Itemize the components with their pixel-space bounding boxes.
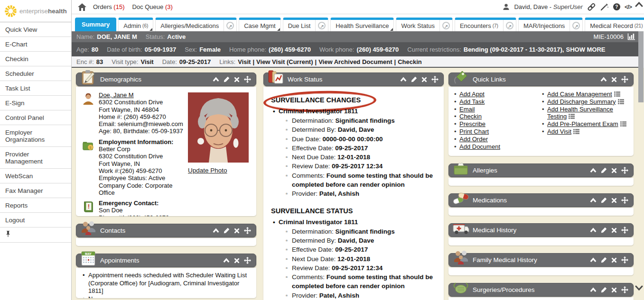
close-icon[interactable] xyxy=(611,227,617,233)
move-icon[interactable] xyxy=(621,76,628,83)
user-name[interactable]: David, Dave - SuperUser xyxy=(514,3,583,10)
patient-name-link[interactable]: Doe, Jane M xyxy=(99,91,183,99)
quick-link-add-visit[interactable]: Add Visit xyxy=(547,128,571,135)
quick-link-add-health-surveillance-testing[interactable]: Add Health Surveillance Testing xyxy=(547,106,613,120)
close-icon[interactable] xyxy=(234,258,240,264)
sidebar-item-quick-view[interactable]: Quick View xyxy=(0,22,71,37)
quick-link-add-discharge-summary[interactable]: Add Discharge Summary xyxy=(547,98,616,105)
close-icon[interactable] xyxy=(234,77,240,82)
tab-popout-button[interactable]: ↗ xyxy=(439,20,452,31)
close-icon[interactable] xyxy=(611,77,617,82)
banner-link-view-visit-current[interactable]: View Visit (Current) xyxy=(256,58,313,65)
collapse-icon[interactable] xyxy=(590,227,597,233)
sidebar-item-e-chart[interactable]: E-Chart xyxy=(0,37,71,52)
tab-encounters[interactable]: Encounters(7)↗ xyxy=(455,18,516,31)
quick-link-add-appt[interactable]: Add Appt xyxy=(459,91,485,98)
home-button[interactable] xyxy=(78,3,86,11)
collapse-icon[interactable] xyxy=(400,76,407,82)
banner-link-checkin[interactable]: Checkin xyxy=(398,58,422,65)
update-photo-link[interactable]: Update Photo xyxy=(188,167,227,174)
tab-popout-button[interactable]: ↗ xyxy=(503,20,516,31)
move-icon[interactable] xyxy=(621,197,628,204)
banner-link-visit[interactable]: Visit xyxy=(238,58,251,65)
close-icon[interactable] xyxy=(611,287,617,293)
sidebar-item-logout[interactable]: Logout xyxy=(0,213,71,227)
move-icon[interactable] xyxy=(244,227,251,234)
scroll-up-icon[interactable] xyxy=(635,1,643,8)
nav-orders[interactable]: Orders (15) xyxy=(93,3,124,10)
quick-link-add-document[interactable]: Add Document xyxy=(459,143,500,150)
tab-work-status[interactable]: Work Status↗ xyxy=(396,18,453,31)
collapse-icon[interactable] xyxy=(590,167,597,173)
sidebar-item-fax-manager[interactable]: Fax Manager xyxy=(0,183,71,198)
collapse-icon[interactable] xyxy=(213,76,219,82)
move-icon[interactable] xyxy=(244,76,251,83)
edit-icon[interactable] xyxy=(601,227,607,233)
tab-case-mgmt[interactable]: Case Mgmt xyxy=(239,18,280,31)
edit-icon[interactable] xyxy=(411,76,417,82)
tab-medical-record[interactable]: Medical Record(21) xyxy=(585,18,644,31)
quick-link-add-task[interactable]: Add Task xyxy=(459,98,485,105)
collapse-icon[interactable] xyxy=(600,76,607,82)
close-icon[interactable] xyxy=(234,228,240,234)
help-icon[interactable]: ? xyxy=(613,3,620,10)
quick-link-email[interactable]: Email xyxy=(459,106,475,113)
tab-popout-button[interactable]: ↗ xyxy=(569,20,582,31)
grid-icon[interactable] xyxy=(616,98,624,105)
collapse-icon[interactable] xyxy=(590,197,597,203)
edit-icon[interactable] xyxy=(224,227,230,234)
collapse-icon[interactable] xyxy=(223,257,230,264)
close-icon[interactable] xyxy=(611,257,617,263)
scroll-down-icon[interactable] xyxy=(635,285,643,291)
close-icon[interactable] xyxy=(421,77,427,82)
collapse-icon[interactable] xyxy=(213,227,219,234)
quick-link-prescribe[interactable]: Prescribe xyxy=(459,120,485,127)
sidebar-item-webscan[interactable]: WebScan xyxy=(0,169,71,183)
close-icon[interactable] xyxy=(611,198,617,203)
tab-summary[interactable]: Summary xyxy=(75,18,116,31)
quick-link-print-chart[interactable]: Print Chart xyxy=(459,128,489,135)
banner-link-view-archived-document[interactable]: View Archived Document xyxy=(318,58,392,65)
move-icon[interactable] xyxy=(621,227,628,234)
edit-icon[interactable] xyxy=(601,167,607,173)
move-icon[interactable] xyxy=(431,76,439,83)
move-icon[interactable] xyxy=(244,257,251,264)
tab-allergies-medications[interactable]: Allergies/Medications↗ xyxy=(155,18,237,31)
sidebar-item-reports[interactable]: Reports xyxy=(0,198,71,213)
grid-icon[interactable] xyxy=(612,91,620,98)
nav-doc-queue[interactable]: Doc Queue (3) xyxy=(132,3,172,10)
tab-mar-injections[interactable]: MAR/Injections↗ xyxy=(518,18,583,31)
tab-admin[interactable]: Admin(6) xyxy=(118,18,153,31)
collapse-icon[interactable] xyxy=(590,257,597,263)
tab-health-surveillance[interactable]: Health Surveillance xyxy=(330,18,394,31)
edit-icon[interactable] xyxy=(601,287,607,293)
grid-icon[interactable] xyxy=(567,113,575,120)
quick-link-add-case-management[interactable]: Add Case Management xyxy=(547,91,612,98)
edit-icon[interactable] xyxy=(601,257,607,263)
code-icon[interactable]: </> xyxy=(625,4,632,10)
tab-popout-button[interactable]: ↗ xyxy=(224,20,236,31)
sidebar-item-scheduler[interactable]: Scheduler xyxy=(0,66,71,81)
scrollbar-thumb[interactable] xyxy=(638,31,644,102)
chart-icon[interactable] xyxy=(627,33,635,40)
sidebar-pin-button[interactable] xyxy=(0,227,71,243)
edit-icon[interactable] xyxy=(224,76,230,82)
link-icon[interactable] xyxy=(587,3,596,11)
tab-due-list[interactable]: Due List↗ xyxy=(283,18,329,31)
quick-link-checkin[interactable]: Checkin xyxy=(459,113,482,120)
wand-icon[interactable] xyxy=(600,3,609,11)
collapse-icon[interactable] xyxy=(590,287,597,293)
close-icon[interactable] xyxy=(611,168,617,173)
grid-icon[interactable] xyxy=(571,128,579,135)
sidebar-item-control-panel[interactable]: Control Panel xyxy=(0,110,71,125)
move-icon[interactable] xyxy=(621,256,628,264)
sidebar-item-e-sign[interactable]: E-Sign xyxy=(0,96,71,110)
sidebar-item-provider-management[interactable]: Provider Management xyxy=(0,147,71,169)
tab-popout-button[interactable]: ↗ xyxy=(315,20,328,31)
move-icon[interactable] xyxy=(621,286,628,293)
sidebar-item-task-list[interactable]: Task List xyxy=(0,81,71,96)
quick-link-add-pre-placement-exam[interactable]: Add Pre-Placement Exam xyxy=(547,120,618,127)
grid-icon[interactable] xyxy=(618,120,626,127)
quick-link-add-order[interactable]: Add Order xyxy=(459,136,488,143)
sidebar-item-checkin[interactable]: Checkin xyxy=(0,52,71,66)
